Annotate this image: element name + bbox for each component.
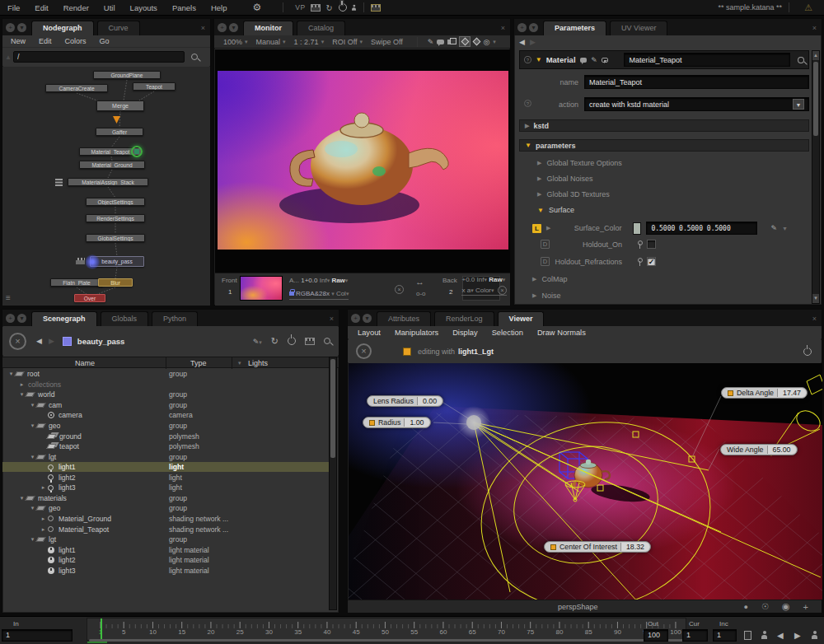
holdout-refractions-checkbox[interactable]: ✓ — [647, 257, 656, 266]
viewer-menu-layout[interactable]: Layout — [358, 329, 381, 337]
frame-ruler[interactable]: 1510152025303540455055606570758085909510… — [87, 618, 686, 641]
scenegraph-row-light1[interactable]: light1light material — [2, 544, 332, 555]
tab-renderlog[interactable]: RenderLog — [434, 311, 494, 326]
edit-icon[interactable]: ✎▾ — [253, 336, 262, 346]
scenegraph-row-light3[interactable]: ▸light3light — [2, 483, 332, 493]
monitor-ctrl-2[interactable]: 1 : 2.71▾ — [290, 38, 329, 46]
ruler-scrollbar[interactable] — [89, 639, 684, 642]
name-field[interactable]: Material_Teapot — [584, 75, 809, 89]
scenegraph-row-lgt[interactable]: ▾lgtgroup — [2, 534, 332, 545]
edit-flag-icon[interactable] — [131, 146, 143, 157]
node-teapot[interactable]: Teapot — [133, 82, 176, 91]
hud-delta-angle[interactable]: Delta Angle17.47 — [721, 387, 808, 399]
scenegraph-row-ground[interactable]: groundpolymesh — [2, 431, 332, 441]
tab-nodegraph[interactable]: Nodegraph — [31, 21, 94, 35]
expand-icon[interactable]: ▶ — [546, 225, 550, 231]
expander-icon[interactable]: ▸ — [40, 516, 47, 522]
group-global-texture-options[interactable]: ▶Global Texture Options — [537, 159, 622, 167]
expander-icon[interactable]: ▸ — [18, 381, 26, 388]
tab-catalog[interactable]: Catalog — [297, 21, 345, 35]
scenegraph-row-light1[interactable]: light1light — [2, 462, 332, 473]
scenegraph-row-camera[interactable]: cameracamera — [2, 410, 332, 421]
column-type[interactable]: Type — [190, 359, 207, 367]
user-icon[interactable] — [812, 631, 817, 640]
status-target[interactable]: light1_Lgt — [458, 348, 494, 356]
menu-file[interactable]: File — [0, 3, 27, 12]
hud-wide-angle[interactable]: Wide Angle65.00 — [720, 444, 798, 455]
scenegraph-row-cam[interactable]: ▾camgroup — [2, 400, 332, 411]
node-flatn_plate[interactable]: Flatn_Plate — [50, 278, 103, 287]
scenegraph-row-collections[interactable]: ▸collections — [2, 380, 332, 390]
monitor-ctrl-0[interactable]: 100%▾ — [219, 38, 252, 46]
close-icon[interactable]: × — [325, 315, 339, 326]
group-global-3d-textures[interactable]: ▶Global 3D Textures — [537, 190, 610, 198]
menu-help[interactable]: Help — [204, 3, 235, 12]
back-icon[interactable]: ◀ — [519, 38, 525, 46]
tab-parameters[interactable]: Parameters — [543, 21, 606, 35]
front-channels[interactable]: RGBA&28x ▾ Col▾ — [289, 290, 349, 300]
tab-uv-viewer[interactable]: UV Viewer — [610, 21, 667, 35]
close-icon[interactable]: × — [808, 315, 822, 326]
tab-globals[interactable]: Globals — [101, 311, 149, 326]
light-icon[interactable]: ☉ — [761, 602, 769, 611]
slate-icon[interactable] — [305, 338, 315, 345]
edit-icon[interactable]: ✎ — [591, 56, 597, 64]
graph-options-icon[interactable]: ≡ — [6, 293, 11, 302]
monitor-ctrl-3[interactable]: ROI Off▾ — [328, 38, 367, 46]
color-values-field[interactable]: 0.5000 0.5000 0.5000 — [646, 222, 757, 235]
expander-icon[interactable]: ▾ — [7, 371, 15, 377]
menu-util[interactable]: Util — [96, 3, 123, 12]
back-icon[interactable]: ◀ — [36, 337, 42, 345]
help-icon[interactable]: ? — [524, 56, 531, 63]
search-icon[interactable] — [324, 338, 330, 344]
hud-radius[interactable]: Radius1.00 — [363, 417, 431, 428]
hud-center-of-interest[interactable]: Center Of Interest18.32 — [544, 541, 651, 553]
scenegraph-row-world[interactable]: ▾worldgroup — [2, 390, 332, 400]
pane-menu-icon[interactable]: ▾ — [229, 23, 238, 32]
eyedropper-icon[interactable]: ✎ — [428, 38, 434, 46]
scenegraph-row-light2[interactable]: light2light material — [2, 555, 332, 566]
render-slate-icon[interactable] — [311, 4, 321, 12]
forward-icon[interactable]: ▶ — [530, 38, 536, 46]
next-frame-icon[interactable]: ▶ — [794, 631, 801, 640]
menu-panels[interactable]: Panels — [165, 3, 204, 12]
material-header[interactable]: ? ▼ Material ✎ Material_Teapot — [519, 50, 809, 69]
warning-icon[interactable]: ⚠ — [804, 2, 812, 13]
node-globalsettings[interactable]: GlobalSettings — [86, 234, 145, 242]
layers-icon[interactable] — [447, 38, 456, 45]
scrollbar[interactable]: ▲ ▼ — [812, 50, 820, 304]
group-global-noises[interactable]: ▶Global Noises — [537, 175, 592, 183]
node-gaffer[interactable]: Gaffer — [96, 128, 143, 136]
pane-add-icon[interactable]: + — [218, 23, 227, 32]
link-icon[interactable]: o-o — [416, 290, 426, 297]
viewer-menu-display[interactable]: Display — [452, 329, 477, 337]
menu-render[interactable]: Render — [56, 3, 96, 12]
step-user-icon[interactable] — [761, 631, 767, 640]
plus-icon[interactable]: + — [803, 602, 808, 612]
node-materialassign_stack[interactable]: MaterialAssign_Stack — [68, 178, 148, 186]
scenegraph-row-light2[interactable]: light2light — [2, 473, 332, 483]
tab-curve[interactable]: Curve — [97, 21, 140, 35]
node-over[interactable]: Over — [74, 294, 105, 302]
hud-lens-radius[interactable]: Lens Radius0.00 — [367, 395, 443, 407]
monitor-ctrl-1[interactable]: Manual▾ — [252, 38, 290, 46]
pane-add-icon[interactable]: + — [351, 314, 360, 323]
power-icon[interactable] — [339, 3, 347, 12]
scenegraph-row-Material_Teapot[interactable]: ▸Material_Teapotshading network ... — [2, 524, 332, 534]
group-parameters[interactable]: ▼parameters — [519, 139, 809, 152]
monitor-ctrl-4[interactable]: Swipe Off — [367, 38, 407, 46]
dot-icon[interactable]: ● — [744, 603, 748, 611]
flipbook-icon[interactable] — [744, 631, 751, 640]
chevron-down-icon[interactable]: ▼ — [782, 226, 788, 231]
group-colmap[interactable]: ▶ColMap — [532, 275, 567, 283]
out-field[interactable]: 100 — [644, 629, 668, 642]
scenegraph-row-light3[interactable]: light3light material — [2, 565, 332, 576]
close-icon[interactable]: × — [196, 24, 210, 35]
target-icon[interactable]: ◎ — [483, 38, 489, 46]
nodegraph-menu-colors[interactable]: Colors — [65, 37, 87, 45]
edit-icon[interactable]: ✎ — [770, 224, 777, 232]
node-material_ground[interactable]: Material_Ground — [79, 161, 145, 169]
playhead[interactable] — [101, 618, 102, 640]
scenegraph-row-root[interactable]: ▾rootgroup — [2, 369, 332, 380]
tab-python[interactable]: Python — [152, 311, 198, 326]
